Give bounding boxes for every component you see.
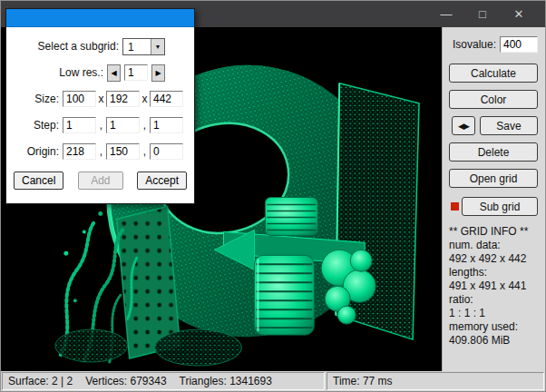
dialog-titlebar[interactable] (6, 9, 194, 27)
origin-separator: , (96, 145, 106, 158)
minimize-icon[interactable]: — (429, 1, 463, 27)
lowres-decrement-icon[interactable]: ◀ (107, 64, 121, 82)
grid-info: ** GRID INFO ** num. data: 492 x 492 x 4… (449, 225, 541, 348)
open-grid-button[interactable]: Open grid (449, 169, 538, 188)
calculate-button[interactable]: Calculate (449, 64, 538, 83)
origin-y-input[interactable] (106, 143, 140, 160)
sub-grid-button[interactable]: Sub grid (462, 197, 538, 216)
subgrid-select-value: 1 (123, 39, 151, 54)
status-section-geometry: Surface: 2 | 2 Vertices: 679343 Triangle… (2, 372, 325, 390)
color-button[interactable]: Color (449, 90, 538, 109)
lowres-input[interactable] (124, 64, 148, 81)
dropdown-arrow-icon[interactable]: ▼ (151, 39, 164, 54)
accept-button[interactable]: Accept (137, 172, 187, 190)
close-icon[interactable]: ✕ (502, 1, 536, 27)
subgrid-indicator-icon (451, 202, 459, 211)
origin-label: Origin: (14, 145, 59, 158)
size-z-input[interactable] (150, 91, 183, 107)
status-section-time: Time: 77 ms (327, 372, 544, 390)
size-separator: x (140, 93, 150, 105)
size-separator: x (96, 93, 106, 105)
status-vertices: Vertices: 679343 (85, 375, 166, 387)
status-bar: Surface: 2 | 2 Vertices: 679343 Triangle… (1, 371, 545, 391)
num-data-label: num. data: (449, 239, 541, 252)
bottom-debris (155, 329, 242, 366)
size-y-input[interactable] (106, 91, 140, 107)
step-y-input[interactable] (106, 117, 140, 133)
size-x-input[interactable] (63, 91, 96, 107)
step-label: Step: (14, 119, 59, 132)
lengths-value: 491 x 491 x 441 (449, 279, 541, 293)
isovalue-label: Isovalue: (453, 38, 496, 51)
dialog-body: Select a subgrid: 1 ▼ Low res.: ◀ ▶ Size… (6, 27, 194, 203)
control-panel: Isovalue: Calculate Color ◀▶ Save Delete… (442, 27, 545, 371)
lowres-label: Low res.: (59, 66, 103, 79)
ratio-label: ratio: (449, 293, 541, 307)
status-triangles: Triangles: 1341693 (180, 375, 272, 387)
lengths-label: lengths: (449, 266, 541, 279)
origin-x-input[interactable] (63, 143, 96, 160)
maximize-icon[interactable]: □ (465, 1, 500, 27)
origin-separator: , (140, 145, 150, 158)
isovalue-input[interactable] (500, 36, 538, 53)
cancel-button[interactable]: Cancel (14, 172, 63, 190)
step-x-input[interactable] (63, 117, 96, 133)
num-data-value: 492 x 492 x 442 (449, 252, 541, 266)
save-button[interactable]: Save (480, 116, 538, 135)
status-time: Time: 77 ms (333, 375, 393, 387)
ratio-value: 1 : 1 : 1 (449, 307, 541, 320)
subgrid-dialog: Select a subgrid: 1 ▼ Low res.: ◀ ▶ Size… (5, 8, 195, 204)
subgrid-select[interactable]: 1 ▼ (122, 38, 165, 55)
lowres-increment-icon[interactable]: ▶ (151, 64, 165, 82)
step-z-input[interactable] (150, 117, 183, 133)
step-separator: , (140, 119, 150, 132)
add-button[interactable]: Add (78, 172, 123, 190)
size-label: Size: (14, 93, 59, 105)
memory-label: memory used: (449, 320, 541, 334)
origin-z-input[interactable] (150, 143, 183, 160)
grid-info-title: ** GRID INFO ** (449, 225, 541, 239)
subgrid-select-label: Select a subgrid: (38, 40, 119, 53)
surface-cycle-button[interactable]: ◀▶ (452, 116, 475, 135)
app-window: — □ ✕ (0, 0, 546, 392)
status-surface: Surface: 2 | 2 (8, 375, 73, 387)
delete-button[interactable]: Delete (449, 142, 538, 162)
memory-value: 409.806 MiB (449, 334, 541, 348)
step-separator: , (96, 119, 106, 132)
